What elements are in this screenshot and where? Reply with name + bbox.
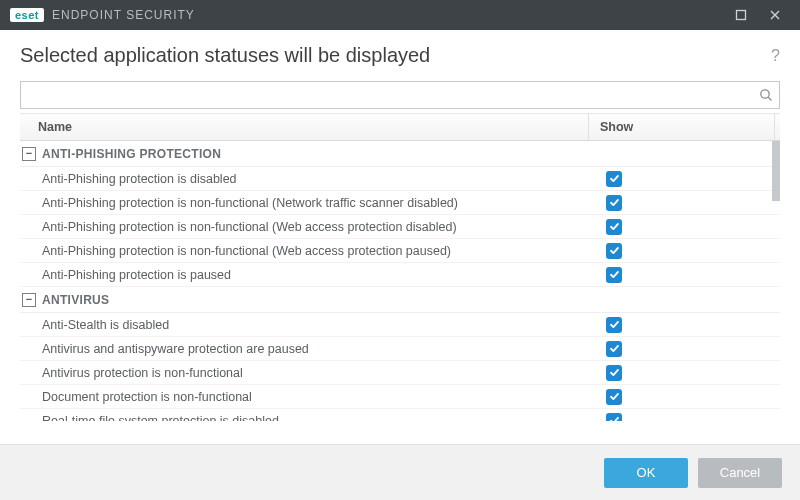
check-icon bbox=[609, 319, 620, 330]
status-row: Antivirus protection is non-functional bbox=[20, 361, 780, 385]
status-row: Anti-Phishing protection is non-function… bbox=[20, 191, 780, 215]
check-icon bbox=[609, 415, 620, 421]
status-show-cell bbox=[600, 317, 780, 333]
status-row: Antivirus and antispyware protection are… bbox=[20, 337, 780, 361]
status-show-cell bbox=[600, 195, 780, 211]
status-show-cell bbox=[600, 365, 780, 381]
check-icon bbox=[609, 221, 620, 232]
group-row[interactable]: −ANTIVIRUS bbox=[20, 287, 780, 313]
show-checkbox[interactable] bbox=[606, 243, 622, 259]
status-row: Anti-Phishing protection is paused bbox=[20, 263, 780, 287]
column-header-name[interactable]: Name bbox=[20, 120, 588, 134]
maximize-icon bbox=[735, 9, 747, 21]
collapse-icon[interactable]: − bbox=[22, 293, 36, 307]
status-name: Document protection is non-functional bbox=[20, 390, 600, 404]
cancel-button[interactable]: Cancel bbox=[698, 458, 782, 488]
show-checkbox[interactable] bbox=[606, 365, 622, 381]
window-close-button[interactable] bbox=[758, 0, 792, 30]
check-icon bbox=[609, 173, 620, 184]
check-icon bbox=[609, 197, 620, 208]
status-row: Anti-Phishing protection is disabled bbox=[20, 167, 780, 191]
brand: eset ENDPOINT SECURITY bbox=[10, 8, 195, 22]
dialog-footer: OK Cancel bbox=[0, 444, 800, 500]
search-input[interactable] bbox=[29, 83, 759, 107]
show-checkbox[interactable] bbox=[606, 317, 622, 333]
ok-button[interactable]: OK bbox=[604, 458, 688, 488]
column-resizer[interactable] bbox=[774, 114, 780, 140]
show-checkbox[interactable] bbox=[606, 195, 622, 211]
status-name: Anti-Phishing protection is non-function… bbox=[20, 196, 600, 210]
show-checkbox[interactable] bbox=[606, 389, 622, 405]
status-show-cell bbox=[600, 389, 780, 405]
status-show-cell bbox=[600, 171, 780, 187]
status-row: Anti-Stealth is disabled bbox=[20, 313, 780, 337]
search-bar[interactable] bbox=[20, 81, 780, 109]
status-show-cell bbox=[600, 267, 780, 283]
titlebar: eset ENDPOINT SECURITY bbox=[0, 0, 800, 30]
status-name: Antivirus protection is non-functional bbox=[20, 366, 600, 380]
status-show-cell bbox=[600, 413, 780, 422]
group-label: ANTI-PHISHING PROTECTION bbox=[42, 147, 221, 161]
status-row: Document protection is non-functional bbox=[20, 385, 780, 409]
status-name: Antivirus and antispyware protection are… bbox=[20, 342, 600, 356]
brand-logo: eset bbox=[10, 8, 44, 22]
help-button[interactable]: ? bbox=[771, 47, 780, 65]
page-title: Selected application statuses will be di… bbox=[20, 44, 771, 67]
status-name: Real-time file system protection is disa… bbox=[20, 414, 600, 422]
show-checkbox[interactable] bbox=[606, 171, 622, 187]
check-icon bbox=[609, 367, 620, 378]
check-icon bbox=[609, 391, 620, 402]
check-icon bbox=[609, 269, 620, 280]
column-header-show[interactable]: Show bbox=[594, 120, 774, 134]
show-checkbox[interactable] bbox=[606, 413, 622, 422]
status-row: Real-time file system protection is disa… bbox=[20, 409, 780, 421]
search-icon bbox=[759, 88, 773, 102]
check-icon bbox=[609, 245, 620, 256]
show-checkbox[interactable] bbox=[606, 341, 622, 357]
window-maximize-button[interactable] bbox=[724, 0, 758, 30]
show-checkbox[interactable] bbox=[606, 219, 622, 235]
show-checkbox[interactable] bbox=[606, 267, 622, 283]
group-label: ANTIVIRUS bbox=[42, 293, 109, 307]
status-name: Anti-Phishing protection is paused bbox=[20, 268, 600, 282]
group-row[interactable]: −ANTI-PHISHING PROTECTION bbox=[20, 141, 780, 167]
status-list: −ANTI-PHISHING PROTECTIONAnti-Phishing p… bbox=[20, 141, 780, 421]
status-row: Anti-Phishing protection is non-function… bbox=[20, 239, 780, 263]
help-icon: ? bbox=[771, 47, 780, 64]
status-name: Anti-Phishing protection is non-function… bbox=[20, 244, 600, 258]
scrollbar-thumb[interactable] bbox=[772, 141, 780, 201]
content: Selected application statuses will be di… bbox=[0, 30, 800, 444]
svg-point-1 bbox=[761, 90, 769, 98]
close-icon bbox=[769, 9, 781, 21]
status-name: Anti-Phishing protection is non-function… bbox=[20, 220, 600, 234]
collapse-icon[interactable]: − bbox=[22, 147, 36, 161]
scrollbar-track[interactable] bbox=[772, 141, 780, 421]
status-name: Anti-Stealth is disabled bbox=[20, 318, 600, 332]
status-row: Anti-Phishing protection is non-function… bbox=[20, 215, 780, 239]
svg-rect-0 bbox=[737, 11, 746, 20]
status-show-cell bbox=[600, 341, 780, 357]
check-icon bbox=[609, 343, 620, 354]
table-header: Name Show bbox=[20, 113, 780, 141]
status-show-cell bbox=[600, 243, 780, 259]
brand-product: ENDPOINT SECURITY bbox=[52, 8, 195, 22]
status-show-cell bbox=[600, 219, 780, 235]
status-name: Anti-Phishing protection is disabled bbox=[20, 172, 600, 186]
